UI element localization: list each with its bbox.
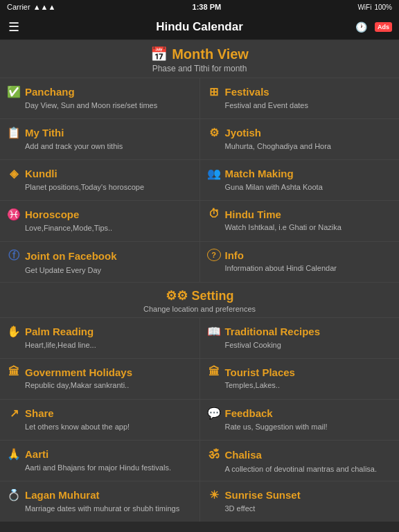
feedback-icon: 💬 [207, 407, 221, 420]
tourist-places-icon: 🏛 [207, 366, 221, 378]
panchang-icon: ✅ [7, 85, 21, 98]
chalisa-subtitle: A collection of devotinal mantras and ch… [207, 464, 393, 474]
facebook-title: ⓕ Joint on Facebook [7, 249, 193, 263]
match-making-title: 👥 Match Making [207, 167, 393, 180]
sunrise-sunset-subtitle: 3D effect [207, 504, 393, 513]
tourist-places-card[interactable]: 🏛 Tourist Places Temples,Lakes.. [200, 359, 400, 399]
feedback-title: 💬 Feedback [207, 407, 393, 420]
chalisa-card[interactable]: ॐ Chalisa A collection of devotinal mant… [200, 441, 400, 481]
jyotish-card[interactable]: ⚙ Jyotish Muhurta, Choghadiya and Hora [200, 119, 400, 159]
horoscope-title: ♓ Horoscope [7, 208, 193, 221]
kundli-icon: ◈ [7, 167, 21, 180]
palm-reading-card[interactable]: ✋ Palm Reading Heart,life,Head line... [0, 318, 200, 358]
hindu-time-card[interactable]: ⏱ Hindu Time Watch Ishtkaal, i.e Ghati o… [200, 201, 400, 241]
horoscope-card[interactable]: ♓ Horoscope Love,Finance,Mode,Tips.. [0, 201, 200, 241]
government-holidays-card[interactable]: 🏛 Government Holidays Republic day,Makar… [0, 359, 200, 399]
lagan-muhurat-title: 💍 Lagan Muhurat [7, 488, 193, 502]
setting-title: ⚙⚙ Setting [7, 288, 392, 303]
panchang-title: ✅ Panchang [7, 85, 193, 98]
my-tithi-icon: 📋 [7, 126, 21, 139]
header-actions: 🕐 Ads [353, 18, 392, 36]
share-title: ↗ Share [7, 407, 193, 420]
aarti-card[interactable]: 🙏 Aarti Aarti and Bhajans for major Hind… [0, 441, 200, 481]
facebook-subtitle: Get Update Every Day [7, 265, 193, 275]
feedback-subtitle: Rate us, Suggestion with mail! [207, 422, 393, 432]
menu-button[interactable]: ☰ [8, 19, 19, 35]
facebook-icon: ⓕ [7, 249, 21, 263]
match-making-subtitle: Guna Milan with Ashta Koota [207, 182, 393, 192]
horoscope-icon: ♓ [7, 208, 21, 221]
status-bar: Carrier ▲▲▲ 1:38 PM WiFi 100% [0, 0, 399, 14]
horoscope-subtitle: Love,Finance,Mode,Tips.. [7, 223, 193, 233]
share-icon: ↗ [7, 407, 21, 420]
government-holidays-icon: 🏛 [7, 366, 21, 378]
sunrise-sunset-icon: ☀ [207, 488, 221, 502]
government-holidays-subtitle: Republic day,Makar sankranti.. [7, 380, 193, 390]
jyotish-title: ⚙ Jyotish [207, 126, 393, 139]
kundli-title: ◈ Kundli [7, 167, 193, 180]
ads-badge[interactable]: Ads [375, 22, 392, 32]
tourist-places-subtitle: Temples,Lakes.. [207, 380, 393, 390]
info-subtitle: Information about Hindi Calendar [207, 263, 393, 273]
status-carrier: Carrier ▲▲▲ [7, 3, 55, 11]
government-holidays-title: 🏛 Government Holidays [7, 366, 193, 378]
info-card[interactable]: ? Info Information about Hindi Calendar [200, 242, 400, 282]
aarti-icon: 🙏 [7, 447, 21, 461]
facebook-card[interactable]: ⓕ Joint on Facebook Get Update Every Day [0, 242, 200, 282]
hindu-time-title: ⏱ Hindu Time [207, 208, 393, 220]
lagan-muhurat-icon: 💍 [7, 488, 21, 502]
sunrise-sunset-title: ☀ Sunrise Sunset [207, 488, 393, 502]
sunrise-sunset-card[interactable]: ☀ Sunrise Sunset 3D effect [200, 481, 400, 522]
share-subtitle: Let others know about the app! [7, 422, 193, 432]
hindu-time-icon: ⏱ [207, 208, 221, 220]
aarti-subtitle: Aarti and Bhajans for major Hindu festiv… [7, 463, 193, 472]
palm-reading-title: ✋ Palm Reading [7, 325, 193, 338]
palm-reading-subtitle: Heart,life,Head line... [7, 340, 193, 350]
traditional-recipes-subtitle: Festival Cooking [207, 340, 393, 350]
header: ☰ Hindu Calendar 🕐 Ads [0, 14, 399, 40]
festivals-title: ⊞ Festivals [207, 85, 393, 98]
share-card[interactable]: ↗ Share Let others know about the app! [0, 400, 200, 440]
jyotish-icon: ⚙ [207, 126, 221, 139]
header-title: Hindu Calendar [156, 20, 243, 34]
setting-banner[interactable]: ⚙⚙ Setting Change location and preferenc… [0, 282, 399, 318]
palm-reading-icon: ✋ [7, 325, 21, 338]
traditional-recipes-card[interactable]: 📖 Traditional Recipes Festival Cooking [200, 318, 400, 358]
hindu-time-subtitle: Watch Ishtkaal, i.e Ghati or Nazika [207, 222, 393, 232]
panchang-subtitle: Day View, Sun and Moon rise/set times [7, 100, 193, 110]
jyotish-subtitle: Muhurta, Choghadiya and Hora [207, 141, 393, 151]
aarti-title: 🙏 Aarti [7, 447, 193, 461]
festivals-icon: ⊞ [207, 85, 221, 98]
bottom-cards-grid: ✋ Palm Reading Heart,life,Head line... 📖… [0, 318, 399, 522]
status-right: WiFi 100% [357, 3, 392, 11]
top-cards-grid: ✅ Panchang Day View, Sun and Moon rise/s… [0, 78, 399, 282]
my-tithi-title: 📋 My Tithi [7, 126, 193, 139]
month-view-title: 📅 Month View [7, 46, 392, 62]
festivals-subtitle: Festival and Event dates [207, 100, 393, 110]
festivals-card[interactable]: ⊞ Festivals Festival and Event dates [200, 78, 400, 118]
kundli-card[interactable]: ◈ Kundli Planet positions,Today's horosc… [0, 160, 200, 200]
kundli-subtitle: Planet positions,Today's horoscope [7, 182, 193, 192]
my-tithi-card[interactable]: 📋 My Tithi Add and track your own tithis [0, 119, 200, 159]
my-tithi-subtitle: Add and track your own tithis [7, 141, 193, 151]
setting-subtitle: Change location and preferences [7, 305, 392, 313]
clock-icon[interactable]: 🕐 [353, 18, 371, 36]
match-making-card[interactable]: 👥 Match Making Guna Milan with Ashta Koo… [200, 160, 400, 200]
feedback-card[interactable]: 💬 Feedback Rate us, Suggestion with mail… [200, 400, 400, 440]
status-time: 1:38 PM [193, 3, 222, 11]
calendar-icon: 📅 [150, 46, 168, 62]
chalisa-title: ॐ Chalisa [207, 447, 393, 462]
chalisa-icon: ॐ [207, 447, 221, 462]
info-icon: ? [207, 249, 221, 261]
traditional-recipes-icon: 📖 [207, 325, 221, 338]
match-making-icon: 👥 [207, 167, 221, 180]
lagan-muhurat-card[interactable]: 💍 Lagan Muhurat Marriage dates with muhu… [0, 481, 200, 522]
traditional-recipes-title: 📖 Traditional Recipes [207, 325, 393, 338]
month-view-banner[interactable]: 📅 Month View Phase and Tithi for month [0, 40, 399, 78]
lagan-muhurat-subtitle: Marriage dates with muhurat or shubh tim… [7, 504, 193, 513]
info-title: ? Info [207, 249, 393, 261]
panchang-card[interactable]: ✅ Panchang Day View, Sun and Moon rise/s… [0, 78, 200, 118]
tourist-places-title: 🏛 Tourist Places [207, 366, 393, 378]
month-view-subtitle: Phase and Tithi for month [7, 64, 392, 73]
setting-icon: ⚙⚙ [166, 288, 188, 303]
